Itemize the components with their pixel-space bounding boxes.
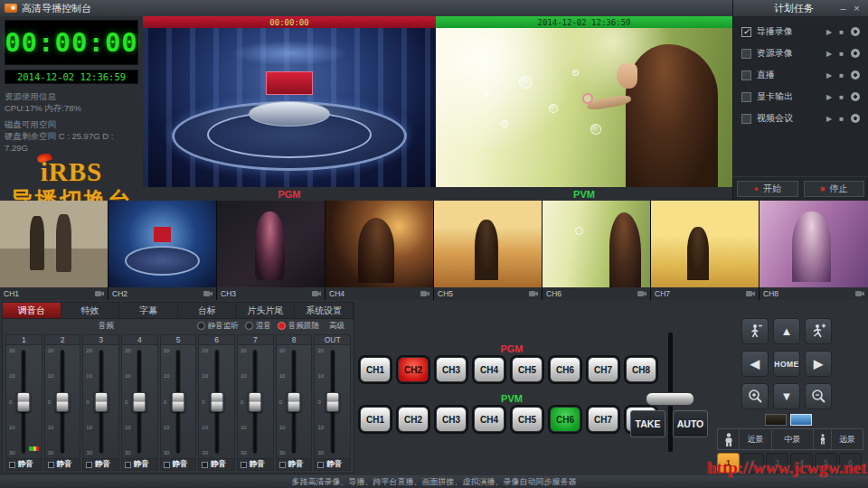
play-icon[interactable]: ▶ (826, 28, 832, 36)
tab-logo[interactable]: 台标 (178, 303, 237, 318)
channel-ch7[interactable]: CH7 (651, 201, 760, 300)
preset-5[interactable]: 5 (815, 453, 837, 473)
stop-icon[interactable]: ■ (839, 71, 844, 80)
shot-far-button[interactable]: 远景 (832, 429, 863, 449)
pvm-ch1-button[interactable]: CH1 (360, 407, 391, 432)
take-button[interactable]: TAKE (630, 410, 665, 437)
stop-icon[interactable]: ■ (839, 93, 844, 101)
pvm-ch7-button[interactable]: CH7 (588, 407, 618, 432)
tab-intro-outro[interactable]: 片头片尾 (237, 303, 296, 318)
pgm-ch7-button[interactable]: CH7 (588, 357, 618, 382)
pgm-ch4-button[interactable]: CH4 (474, 357, 505, 382)
preset-thumbnail-1[interactable] (765, 414, 787, 426)
pgm-ch1-button[interactable]: CH1 (360, 357, 391, 382)
pvm-ch6-button-active[interactable]: CH6 (550, 407, 580, 432)
mute-checkbox[interactable] (48, 462, 54, 468)
pgm-ch3-button[interactable]: CH3 (436, 357, 467, 382)
play-icon[interactable]: ▶ (826, 93, 832, 101)
play-icon[interactable]: ▶ (826, 50, 832, 58)
t-bar-handle[interactable] (646, 392, 694, 406)
mute-checkbox[interactable] (125, 462, 131, 468)
speed-up-button[interactable] (805, 318, 832, 344)
channel-ch5[interactable]: CH5 (434, 201, 542, 300)
channel-ch6[interactable]: CH6 (542, 201, 651, 300)
channel-ch4[interactable]: CH4 (326, 201, 434, 300)
option-audio-follow[interactable]: 音频跟随 (278, 321, 319, 332)
play-icon[interactable]: ▶ (826, 71, 832, 80)
pgm-ch5-button[interactable]: CH5 (512, 357, 542, 382)
option-mute-monitor[interactable]: 静音监听 (197, 321, 239, 332)
tab-system-settings[interactable]: 系统设置 (295, 303, 354, 318)
pgm-ch2-button-active[interactable]: CH2 (398, 357, 429, 382)
zoom-out-button[interactable] (805, 383, 832, 409)
fader-knob[interactable] (17, 392, 31, 412)
play-icon[interactable]: ▶ (826, 115, 832, 123)
mute-checkbox[interactable] (9, 462, 15, 468)
advanced-button[interactable]: 高级 (326, 321, 348, 332)
checkbox-unchecked[interactable] (741, 49, 751, 59)
pvm-ch3-button[interactable]: CH3 (436, 407, 467, 432)
channel-ch8[interactable]: CH8 (760, 201, 868, 300)
fader-knob[interactable] (288, 392, 301, 412)
zoom-in-button[interactable] (741, 383, 769, 409)
pgm-video[interactable] (143, 28, 436, 187)
pvm-ch2-button[interactable]: CH2 (398, 407, 429, 432)
preset-1-active[interactable]: 1 (717, 453, 740, 473)
pvm-ch4-button[interactable]: CH4 (474, 407, 505, 432)
fader-knob[interactable] (56, 392, 70, 412)
gear-icon[interactable] (851, 92, 860, 101)
minimize-button[interactable]: – (836, 3, 850, 14)
fader-knob[interactable] (210, 392, 223, 412)
fader-knob[interactable] (133, 392, 146, 412)
tab-mixer[interactable]: 调音台 (3, 303, 61, 318)
close-button[interactable]: × (850, 3, 863, 14)
mute-checkbox[interactable] (241, 462, 247, 468)
checkbox-unchecked[interactable] (741, 92, 751, 102)
preset-4[interactable]: 4 (790, 453, 813, 473)
channel-ch2[interactable]: CH2 (108, 201, 217, 300)
tab-subtitles[interactable]: 字幕 (119, 303, 178, 318)
checkbox-unchecked[interactable] (741, 70, 751, 80)
fader-knob[interactable] (172, 392, 185, 412)
mute-checkbox[interactable] (202, 462, 208, 468)
pvm-ch5-button[interactable]: CH5 (512, 407, 542, 432)
auto-button[interactable]: AUTO (673, 410, 708, 437)
fader-knob[interactable] (326, 392, 339, 412)
stop-icon[interactable]: ■ (839, 115, 844, 123)
fader-knob[interactable] (94, 392, 108, 412)
gear-icon[interactable] (851, 70, 860, 80)
stop-icon[interactable]: ■ (839, 50, 844, 58)
mute-checkbox[interactable] (164, 462, 170, 468)
channel-ch1[interactable]: CH1 (0, 201, 108, 300)
start-button[interactable]: ● 开始 (737, 181, 798, 197)
checkbox-unchecked[interactable] (741, 114, 751, 124)
pan-left-button[interactable]: ◀ (741, 351, 769, 377)
option-mix[interactable]: 混音 (245, 321, 271, 332)
pan-right-button[interactable]: ▶ (805, 351, 832, 377)
mute-checkbox[interactable] (279, 462, 286, 468)
pgm-ch6-button[interactable]: CH6 (550, 357, 580, 382)
shot-near-button[interactable]: 近景 (740, 429, 772, 449)
stop-icon[interactable]: ■ (839, 28, 844, 36)
channel-ch3[interactable]: CH3 (217, 201, 326, 300)
mute-checkbox[interactable] (317, 462, 324, 468)
pvm-video[interactable] (436, 28, 732, 187)
tilt-up-button[interactable]: ▲ (773, 318, 800, 344)
preset-2[interactable]: 2 (741, 453, 764, 473)
fader-knob[interactable] (249, 392, 262, 412)
gear-icon[interactable] (851, 27, 860, 36)
tab-effects[interactable]: 特效 (61, 303, 120, 318)
checkbox-checked[interactable]: ✓ (741, 27, 751, 37)
stop-button[interactable]: ■ 停止 (804, 181, 865, 197)
shot-mid-button[interactable]: 中景 (772, 429, 814, 449)
tilt-down-button[interactable]: ▼ (773, 383, 800, 409)
mute-checkbox[interactable] (86, 462, 92, 468)
preset-thumbnail-2-selected[interactable] (790, 414, 812, 426)
preset-3[interactable]: 3 (766, 453, 788, 473)
pgm-ch8-button[interactable]: CH8 (626, 357, 656, 382)
speed-down-button[interactable] (741, 318, 769, 344)
home-button[interactable]: HOME (773, 351, 800, 377)
gear-icon[interactable] (851, 114, 860, 123)
preset-6[interactable]: 6 (839, 453, 862, 473)
gear-icon[interactable] (851, 49, 860, 58)
